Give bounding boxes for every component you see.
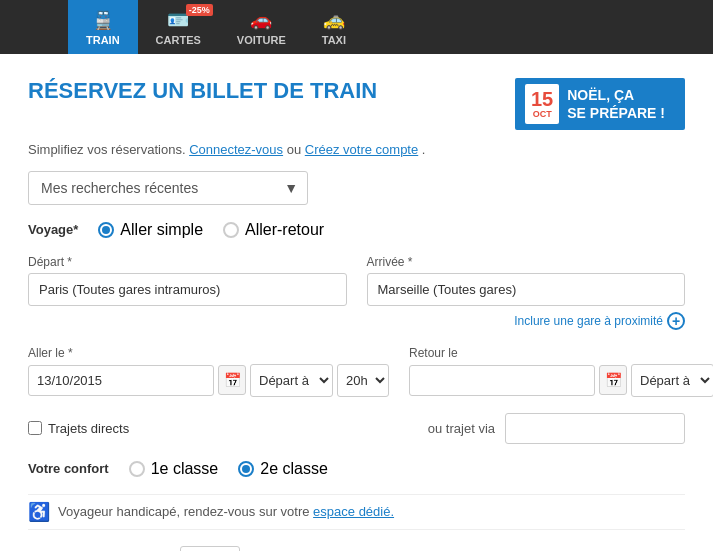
promo-day: 15 [531, 88, 553, 110]
arrivee-group: Arrivée * [367, 255, 686, 306]
handicap-icon: ♿ [28, 501, 50, 523]
recent-searches-select[interactable]: Mes recherches récentes [28, 171, 308, 205]
subtitle: Simplifiez vos réservations. Connectez-v… [28, 142, 685, 157]
aller-le-time-select[interactable]: 20h 01h02h03h04h 05h06h07h08h 09h10h11h1… [337, 364, 389, 397]
nav-item-train[interactable]: 🚆 TRAIN [68, 0, 138, 54]
confort-label: Votre confort [28, 461, 109, 476]
retour-le-input-row: 📅 Départ à Arrivée à 07h 01h02h03h04h 05… [409, 364, 713, 397]
voiture-icon: 🚗 [250, 9, 272, 31]
trajets-directs-group: Trajets directs [28, 421, 129, 436]
date-row: Aller le * 📅 Départ à Arrivée à 20h 01h0… [28, 346, 685, 397]
promo-date: 15 OCT [525, 84, 559, 124]
recent-searches-dropdown-wrapper: Mes recherches récentes ▼ [28, 171, 308, 205]
retour-le-depart-select[interactable]: Départ à Arrivée à [631, 364, 713, 397]
nav-item-voiture[interactable]: 🚗 VOITURE [219, 0, 304, 54]
proximity-plus-icon[interactable]: + [667, 312, 685, 330]
nav-label-cartes: CARTES [156, 34, 201, 46]
passengers-input[interactable] [180, 546, 240, 551]
options-row: Trajets directs ou trajet via [28, 413, 685, 444]
depart-arrivee-row: Départ * Arrivée * [28, 255, 685, 306]
retour-le-label: Retour le [409, 346, 713, 360]
train-icon: 🚆 [92, 9, 114, 31]
subtitle-join: ou [287, 142, 305, 157]
voyage-label: Voyage* [28, 222, 78, 237]
create-account-link[interactable]: Créez votre compte [305, 142, 418, 157]
proximity-text: Inclure une gare à proximité [514, 314, 663, 328]
handicap-row: ♿ Voyageur handicapé, rendez-vous sur vo… [28, 494, 685, 530]
promo-month: OCT [531, 110, 553, 120]
arrivee-input[interactable] [367, 273, 686, 306]
nav-label-taxi: TAXI [322, 34, 346, 46]
aller-le-group: Aller le * 📅 Départ à Arrivée à 20h 01h0… [28, 346, 389, 397]
radio-aller-simple[interactable]: Aller simple [98, 221, 203, 239]
page-title-highlight: UN BILLET DE TRAIN [152, 78, 377, 103]
radio-1e-classe[interactable]: 1e classe [129, 460, 219, 478]
trajets-directs-checkbox[interactable] [28, 421, 42, 435]
trajets-directs-label[interactable]: Trajets directs [48, 421, 129, 436]
voyage-section: Voyage* Aller simple Aller-retour [28, 221, 685, 239]
page-title: RÉSERVEZ UN BILLET DE TRAIN [28, 78, 377, 104]
cartes-badge: -25% [186, 4, 213, 16]
connect-link[interactable]: Connectez-vous [189, 142, 283, 157]
aller-le-calendar-icon[interactable]: 📅 [218, 365, 246, 395]
passengers-row: Nombre de passagers [28, 546, 685, 551]
radio-1e-classe-btn[interactable] [129, 461, 145, 477]
retour-le-date-input[interactable] [409, 365, 595, 396]
title-area: RÉSERVEZ UN BILLET DE TRAIN 15 OCT NOËL,… [28, 78, 685, 130]
nav-item-taxi[interactable]: 🚕 TAXI [304, 0, 364, 54]
radio-aller-simple-btn[interactable] [98, 222, 114, 238]
subtitle-static: Simplifiez vos réservations. [28, 142, 186, 157]
radio-aller-retour[interactable]: Aller-retour [223, 221, 324, 239]
depart-group: Départ * [28, 255, 347, 306]
radio-1e-classe-label: 1e classe [151, 460, 219, 478]
radio-2e-classe-label: 2e classe [260, 460, 328, 478]
confort-row: Votre confort 1e classe 2e classe [28, 460, 685, 478]
aller-le-label: Aller le * [28, 346, 389, 360]
proximity-link[interactable]: Inclure une gare à proximité + [514, 312, 685, 330]
depart-input[interactable] [28, 273, 347, 306]
subtitle-end: . [422, 142, 426, 157]
ou-trajet-via-text: ou trajet via [428, 421, 495, 436]
nav-item-cartes[interactable]: -25% 🪪 CARTES [138, 0, 219, 54]
nav-label-train: TRAIN [86, 34, 120, 46]
via-input[interactable] [505, 413, 685, 444]
radio-2e-classe-btn[interactable] [238, 461, 254, 477]
recent-searches-section: Mes recherches récentes ▼ [28, 171, 685, 205]
promo-text: NOËL, ÇASE PRÉPARE ! [567, 86, 665, 122]
radio-aller-retour-btn[interactable] [223, 222, 239, 238]
aller-le-date-input[interactable] [28, 365, 214, 396]
aller-le-input-row: 📅 Départ à Arrivée à 20h 01h02h03h04h 05… [28, 364, 389, 397]
handicap-text: Voyageur handicapé, rendez-vous sur votr… [58, 504, 394, 519]
handicap-text-static: Voyageur handicapé, rendez-vous sur votr… [58, 504, 313, 519]
depart-label: Départ * [28, 255, 347, 269]
navigation-bar: 🚆 TRAIN -25% 🪪 CARTES 🚗 VOITURE 🚕 TAXI [0, 0, 713, 54]
main-content: RÉSERVEZ UN BILLET DE TRAIN 15 OCT NOËL,… [0, 54, 713, 551]
retour-le-group: Retour le 📅 Départ à Arrivée à 07h 01h02… [409, 346, 713, 397]
handicap-link[interactable]: espace dédié. [313, 504, 394, 519]
page-title-static: RÉSERVEZ [28, 78, 152, 103]
retour-le-calendar-icon[interactable]: 📅 [599, 365, 627, 395]
radio-aller-simple-label: Aller simple [120, 221, 203, 239]
aller-le-depart-select[interactable]: Départ à Arrivée à [250, 364, 333, 397]
promo-banner[interactable]: 15 OCT NOËL, ÇASE PRÉPARE ! [515, 78, 685, 130]
nav-label-voiture: VOITURE [237, 34, 286, 46]
radio-2e-classe[interactable]: 2e classe [238, 460, 328, 478]
taxi-icon: 🚕 [323, 9, 345, 31]
radio-aller-retour-label: Aller-retour [245, 221, 324, 239]
arrivee-label: Arrivée * [367, 255, 686, 269]
proximity-row: Inclure une gare à proximité + [28, 312, 685, 330]
